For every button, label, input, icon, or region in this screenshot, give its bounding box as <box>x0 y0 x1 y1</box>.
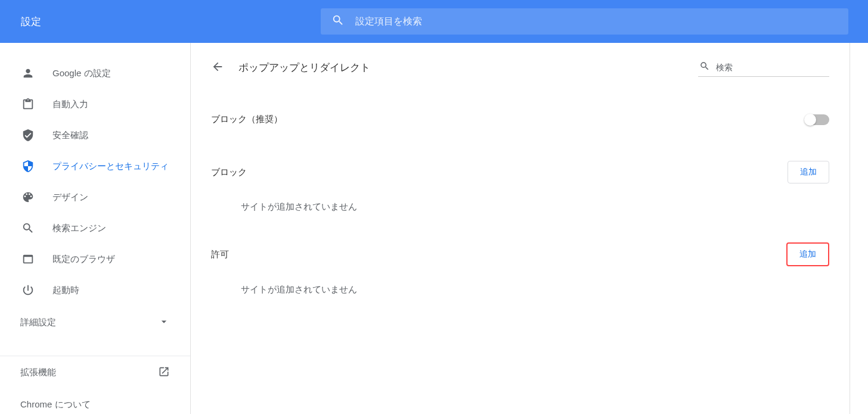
search-icon <box>331 14 345 29</box>
block-add-button[interactable]: 追加 <box>788 161 829 183</box>
allow-section: 許可 追加 サイトが追加されていません <box>211 242 829 301</box>
content-header: ポップアップとリダイレクト <box>191 43 850 84</box>
search-icon <box>20 220 36 236</box>
header-search-input[interactable] <box>355 16 838 27</box>
sidebar-item-search-engine[interactable]: 検索エンジン <box>0 216 190 241</box>
person-icon <box>20 66 36 81</box>
open-in-new-icon <box>158 366 170 379</box>
sidebar: Google の設定 自動入力 安全確認 プライバシーとセキュリティ デザイン <box>0 43 191 414</box>
block-section: ブロック 追加 サイトが追加されていません <box>211 161 829 219</box>
sidebar-item-autofill[interactable]: 自動入力 <box>0 92 190 117</box>
app-header: 設定 <box>0 0 868 43</box>
block-recommended-row: ブロック（推奨） <box>211 96 829 137</box>
allow-empty-message: サイトが追加されていません <box>211 266 829 301</box>
sidebar-item-google[interactable]: Google の設定 <box>0 61 190 86</box>
browser-icon <box>20 251 36 267</box>
sidebar-advanced[interactable]: 詳細設定 <box>0 303 190 343</box>
block-recommended-toggle[interactable] <box>805 114 829 125</box>
sidebar-item-label: 検索エンジン <box>52 223 106 234</box>
sidebar-item-privacy[interactable]: プライバシーとセキュリティ <box>0 154 190 179</box>
block-empty-message: サイトが追加されていません <box>211 183 829 219</box>
block-recommended-label: ブロック（推奨） <box>211 114 283 125</box>
header-search[interactable] <box>321 8 848 35</box>
content-search-input[interactable] <box>716 63 828 72</box>
sidebar-item-label: 起動時 <box>52 285 79 296</box>
palette-icon <box>20 189 36 205</box>
sidebar-item-label: 自動入力 <box>52 99 88 110</box>
search-icon <box>699 61 710 74</box>
arrow-back-icon <box>211 60 224 76</box>
block-section-title: ブロック <box>211 167 247 178</box>
extensions-label: 拡張機能 <box>20 367 56 378</box>
sidebar-item-label: 安全確認 <box>52 130 88 141</box>
allow-section-title: 許可 <box>211 249 229 260</box>
sidebar-item-label: Google の設定 <box>52 68 111 79</box>
sidebar-item-default-browser[interactable]: 既定のブラウザ <box>0 247 190 272</box>
sidebar-item-label: プライバシーとセキュリティ <box>52 161 169 172</box>
content-search[interactable] <box>698 58 829 77</box>
sidebar-item-appearance[interactable]: デザイン <box>0 185 190 210</box>
shield-check-icon <box>20 127 36 143</box>
power-icon <box>20 282 36 298</box>
allow-add-button[interactable]: 追加 <box>786 242 829 266</box>
main-content: ポップアップとリダイレクト ブロック（推奨） ブロック 追加 サイトが追加されて… <box>191 43 850 414</box>
page-title: ポップアップとリダイレクト <box>238 61 698 74</box>
clipboard-icon <box>20 97 36 112</box>
sidebar-item-startup[interactable]: 起動時 <box>0 278 190 303</box>
sidebar-item-label: 既定のブラウザ <box>52 254 115 265</box>
back-button[interactable] <box>211 60 224 76</box>
chevron-down-icon <box>158 316 170 329</box>
sidebar-about[interactable]: Chrome について <box>0 388 190 414</box>
sidebar-item-safety[interactable]: 安全確認 <box>0 123 190 148</box>
sidebar-item-label: デザイン <box>52 192 88 203</box>
header-title: 設定 <box>12 15 321 29</box>
shield-icon <box>20 158 36 174</box>
advanced-label: 詳細設定 <box>20 317 56 328</box>
about-label: Chrome について <box>20 399 91 410</box>
sidebar-extensions[interactable]: 拡張機能 <box>0 356 190 388</box>
